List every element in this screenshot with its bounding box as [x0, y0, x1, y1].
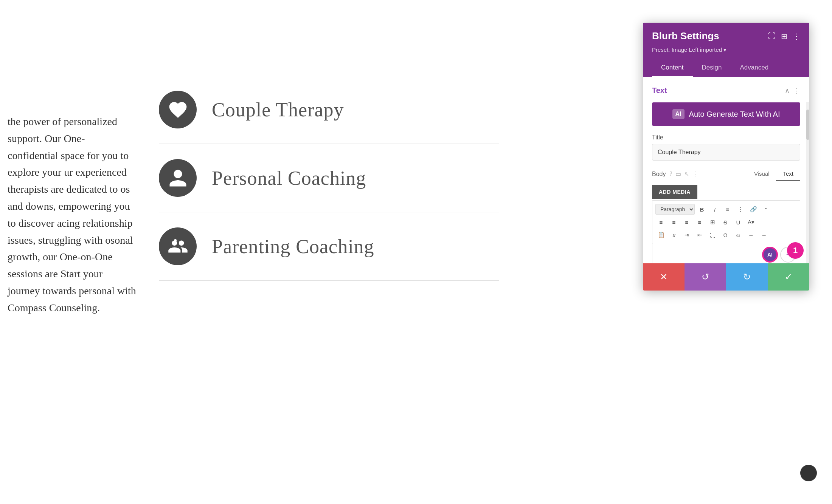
title-input[interactable]: [652, 144, 800, 161]
cursor-arrow-icon[interactable]: ↖: [684, 170, 689, 178]
tab-visual[interactable]: Visual: [747, 167, 776, 181]
services-list: Couple Therapy Personal Coaching Parenti…: [159, 76, 499, 281]
columns-icon[interactable]: ⊞: [781, 32, 787, 41]
section-controls: ∧ ⋮: [785, 87, 800, 95]
panel-title: Blurb Settings: [652, 30, 719, 42]
panel-preset[interactable]: Preset: Image Left imported ▾: [652, 46, 800, 53]
section-options-icon[interactable]: ⋮: [793, 87, 800, 95]
help-icon[interactable]: ?: [669, 170, 672, 178]
align-center-button[interactable]: ≡: [668, 216, 680, 228]
strikethrough-button[interactable]: S: [720, 216, 731, 228]
paste-button[interactable]: 📋: [655, 229, 667, 241]
paragraph-select[interactable]: Paragraph: [655, 204, 695, 215]
panel-body: Text ∧ ⋮ AI Auto Generate Text With AI T…: [643, 77, 809, 291]
save-button[interactable]: ✓: [768, 263, 809, 291]
ai-inline-controls: AI ~ 1: [762, 247, 796, 263]
undo-button[interactable]: ↺: [685, 263, 726, 291]
fullscreen-editor-button[interactable]: ⛶: [707, 229, 718, 241]
tab-advanced[interactable]: Advanced: [731, 59, 778, 77]
parenting-coaching-icon: [159, 227, 197, 265]
list-item: Parenting Coaching: [159, 212, 499, 281]
omega-button[interactable]: Ω: [720, 229, 731, 241]
editor-toolbar: Paragraph B I ≡ ⋮ 🔗 " ≡ ≡ ≡ ≡ ⊞ S U A▾: [652, 200, 800, 244]
panel-header-top: Blurb Settings ⛶ ⊞ ⋮: [652, 30, 800, 42]
list-item: Personal Coaching: [159, 144, 499, 212]
cursor-icon: [800, 465, 817, 481]
font-color-button[interactable]: A▾: [745, 216, 757, 228]
panel-header: Blurb Settings ⛶ ⊞ ⋮ Preset: Image Left …: [643, 23, 809, 77]
panel-tabs: Content Design Advanced: [652, 59, 800, 77]
table-button[interactable]: ⊞: [707, 216, 718, 228]
couple-therapy-label: Couple Therapy: [212, 99, 344, 121]
body-row: Body ? ▭ ↖ ⋮ Visual Text: [652, 167, 800, 181]
tab-content[interactable]: Content: [652, 59, 693, 77]
parenting-coaching-label: Parenting Coaching: [212, 235, 374, 258]
personal-coaching-icon: [159, 159, 197, 197]
toolbar-row-2: ≡ ≡ ≡ ≡ ⊞ S U A▾: [655, 216, 797, 228]
mobile-icon[interactable]: ▭: [675, 170, 681, 178]
bold-button[interactable]: B: [696, 204, 708, 215]
editor-mode-tabs: Visual Text: [747, 167, 800, 181]
ai-icon: AI: [672, 109, 685, 119]
toolbar-row-1: Paragraph B I ≡ ⋮ 🔗 ": [655, 204, 797, 215]
family-icon: [168, 236, 188, 257]
step-badge: 1: [787, 242, 804, 259]
collapse-icon[interactable]: ∧: [785, 87, 790, 95]
more-icon[interactable]: ⋮: [793, 32, 800, 41]
link-button[interactable]: 🔗: [748, 204, 759, 215]
outdent-button[interactable]: ⇤: [694, 229, 705, 241]
undo-editor-button[interactable]: ←: [745, 229, 757, 241]
ai-inline-button[interactable]: AI: [762, 247, 778, 263]
diagonal-arrow-icon: [804, 469, 813, 477]
body-icons: ? ▭ ↖ ⋮: [669, 170, 698, 178]
ai-button-label: Auto Generate Text With AI: [689, 110, 780, 119]
add-media-row: ADD MEDIA: [652, 185, 800, 199]
blockquote-button[interactable]: ": [761, 204, 772, 215]
add-media-button[interactable]: ADD MEDIA: [652, 185, 697, 199]
list-item: Couple Therapy: [159, 76, 499, 144]
settings-panel: Blurb Settings ⛶ ⊞ ⋮ Preset: Image Left …: [643, 23, 809, 291]
align-justify-button[interactable]: ≡: [694, 216, 705, 228]
ai-generate-button[interactable]: AI Auto Generate Text With AI: [652, 102, 800, 126]
emoji-button[interactable]: ☺: [733, 229, 744, 241]
cancel-button[interactable]: ✕: [643, 263, 685, 291]
title-field-label: Title: [652, 134, 800, 141]
underline-button[interactable]: U: [733, 216, 744, 228]
align-right-button[interactable]: ≡: [681, 216, 692, 228]
text-section-title: Text: [652, 86, 667, 95]
tab-text[interactable]: Text: [776, 167, 800, 181]
svg-point-0: [174, 239, 177, 242]
indent-button[interactable]: ⇥: [681, 229, 692, 241]
ordered-list-button[interactable]: ⋮: [735, 204, 746, 215]
scrollbar-track[interactable]: [806, 102, 809, 268]
scrollbar-thumb[interactable]: [806, 110, 809, 140]
unordered-list-button[interactable]: ≡: [722, 204, 733, 215]
align-left-button[interactable]: ≡: [655, 216, 667, 228]
person-icon: [168, 168, 188, 189]
redo-editor-button[interactable]: →: [758, 229, 770, 241]
tab-design[interactable]: Design: [693, 59, 731, 77]
body-options-icon[interactable]: ⋮: [692, 170, 698, 178]
body-label: Body: [652, 171, 666, 178]
clear-format-button[interactable]: x: [668, 229, 680, 241]
body-paragraph: the power of personalized support. Our O…: [8, 116, 136, 314]
italic-button[interactable]: I: [709, 204, 720, 215]
heart-icon: [168, 99, 188, 120]
couple-therapy-icon: [159, 91, 197, 128]
personal-coaching-label: Personal Coaching: [212, 167, 366, 189]
bottom-bar: ✕ ↺ ↻ ✓: [643, 263, 809, 291]
text-section-header: Text ∧ ⋮: [652, 86, 800, 95]
ai-inline-icon-label: AI: [767, 252, 773, 258]
redo-button[interactable]: ↻: [726, 263, 768, 291]
left-body-text: the power of personalized support. Our O…: [0, 106, 144, 324]
panel-header-icons: ⛶ ⊞ ⋮: [768, 32, 800, 41]
fullscreen-icon[interactable]: ⛶: [768, 32, 776, 40]
toolbar-row-3: 📋 x ⇥ ⇤ ⛶ Ω ☺ ← →: [655, 229, 797, 241]
